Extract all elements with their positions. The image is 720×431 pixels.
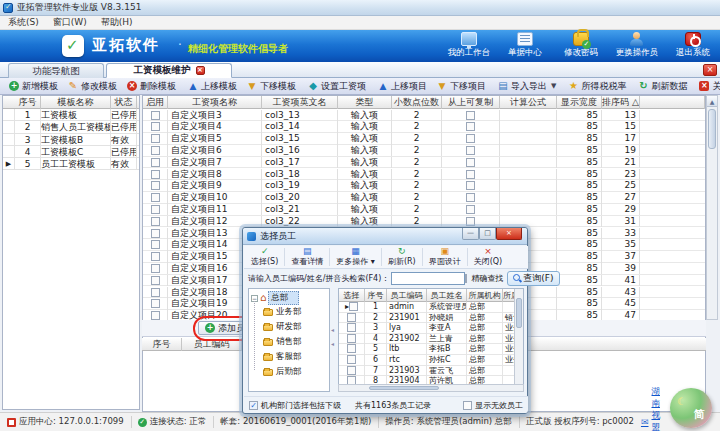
tab-salary-template[interactable]: 工资模板维护× bbox=[106, 63, 232, 78]
banner-action-document[interactable]: 单据中心 bbox=[502, 32, 548, 60]
table-row[interactable]: 自定义项目11col3_21输入项28529 bbox=[143, 204, 705, 216]
toolbar-down-button[interactable]: ▼下移项目 bbox=[432, 79, 491, 94]
employee-table-hscroll[interactable] bbox=[338, 384, 524, 392]
dialog-check-button[interactable]: ✓选择(S) bbox=[246, 246, 283, 268]
copy-from-above-checkbox[interactable] bbox=[466, 205, 475, 214]
select-checkbox[interactable] bbox=[347, 355, 356, 364]
enabled-checkbox[interactable] bbox=[151, 170, 160, 179]
enabled-checkbox[interactable] bbox=[151, 181, 160, 190]
table-row[interactable]: 自定义项目9col3_19输入项28525 bbox=[143, 180, 705, 192]
select-checkbox[interactable] bbox=[347, 313, 356, 322]
enabled-checkbox[interactable] bbox=[151, 193, 160, 202]
precise-checkbox[interactable] bbox=[465, 274, 467, 283]
toolbar-tax-button[interactable]: ★所得税税率 bbox=[563, 79, 631, 94]
ime-widget[interactable]: ☾ 简 bbox=[670, 388, 712, 428]
toolbar-close-button[interactable]: ×关闭窗口 bbox=[694, 79, 720, 94]
enabled-checkbox[interactable] bbox=[151, 217, 160, 226]
enabled-checkbox[interactable] bbox=[151, 252, 160, 261]
select-checkbox[interactable] bbox=[349, 302, 358, 311]
banner-action-lock[interactable]: 修改密码 bbox=[558, 32, 604, 60]
toolbar-down-button[interactable]: ▼下移模板 bbox=[242, 79, 301, 94]
enabled-checkbox[interactable] bbox=[151, 146, 160, 155]
table-row[interactable]: 自定义项目12col3_22输入项28531 bbox=[143, 216, 705, 228]
table-row[interactable]: 自定义项目6col3_16输入项28519 bbox=[143, 145, 705, 157]
enabled-checkbox[interactable] bbox=[151, 240, 160, 249]
tab-function-nav[interactable]: 功能导航图 bbox=[8, 63, 104, 78]
copy-from-above-checkbox[interactable] bbox=[466, 111, 475, 120]
enabled-checkbox[interactable] bbox=[151, 264, 160, 273]
menu-item[interactable]: 系统(S) bbox=[8, 16, 39, 29]
tree-splitter[interactable] bbox=[331, 288, 337, 392]
table-row[interactable]: 3工资模板B有效 bbox=[3, 134, 139, 146]
employee-table-vscroll[interactable] bbox=[514, 289, 523, 391]
select-checkbox[interactable] bbox=[347, 344, 356, 353]
scroll-up-icon[interactable]: ▲ bbox=[707, 96, 717, 107]
toolbar-up-button[interactable]: ▲上移模板 bbox=[183, 79, 242, 94]
copy-from-above-checkbox[interactable] bbox=[466, 170, 475, 179]
dialog-design-button[interactable]: ▣界面设计 bbox=[424, 246, 466, 268]
enabled-checkbox[interactable] bbox=[151, 229, 160, 238]
show-invalid-checkbox[interactable] bbox=[463, 401, 472, 410]
close-all-tabs-icon[interactable]: × bbox=[703, 64, 717, 76]
table-row[interactable]: 6rtc孙拓C总部业务部 bbox=[339, 355, 515, 366]
toolbar-delete-button[interactable]: ×删除模板 bbox=[122, 79, 181, 94]
copy-from-above-checkbox[interactable] bbox=[466, 122, 475, 131]
toolbar-settings-button[interactable]: ◆设置工资项 bbox=[303, 79, 371, 94]
table-row[interactable]: ▸1admin系统管理员总部 bbox=[339, 302, 515, 313]
table-row[interactable]: 3lya李亚A总部业务部 bbox=[339, 323, 515, 334]
enabled-checkbox[interactable] bbox=[151, 276, 160, 285]
scroll-thumb[interactable] bbox=[708, 109, 716, 149]
dialog-more-button[interactable]: ▦更多操作 ▾ bbox=[331, 246, 380, 268]
table-row[interactable]: 4231902兰上青总部业务部 bbox=[339, 334, 515, 345]
select-checkbox[interactable] bbox=[347, 323, 356, 332]
close-button[interactable]: × bbox=[496, 228, 522, 240]
tree-node-dept[interactable]: 业务部 bbox=[263, 306, 302, 318]
grid-vertical-scrollbar[interactable]: ▲ bbox=[706, 95, 718, 320]
message-center-link[interactable]: ✉ 湖南视盟中心 bbox=[641, 386, 660, 431]
enabled-checkbox[interactable] bbox=[151, 134, 160, 143]
enabled-checkbox[interactable] bbox=[151, 288, 160, 297]
dialog-refresh-button[interactable]: ↻刷新(R) bbox=[383, 246, 421, 268]
enabled-checkbox[interactable] bbox=[151, 111, 160, 120]
enabled-checkbox[interactable] bbox=[151, 205, 160, 214]
table-row[interactable]: 自定义项目7col3_17输入项28521 bbox=[143, 157, 705, 169]
table-row[interactable]: 自定义项目10col3_20输入项28527 bbox=[143, 192, 705, 204]
banner-action-user[interactable]: 更换操作员 bbox=[614, 32, 660, 60]
toolbar-import-export-button[interactable]: ▤导入导出▼ bbox=[493, 79, 561, 94]
select-checkbox[interactable] bbox=[347, 334, 356, 343]
table-row[interactable]: 4工资模板C已停用 bbox=[3, 146, 139, 158]
menu-item[interactable]: 窗口(W) bbox=[53, 16, 87, 29]
table-row[interactable]: ▶5员工工资模板有效 bbox=[3, 158, 139, 170]
query-button[interactable]: 查询(F) bbox=[507, 271, 559, 286]
toolbar-up-button[interactable]: ▲上移项目 bbox=[373, 79, 432, 94]
banner-action-monitor[interactable]: 我的工作台 bbox=[446, 32, 492, 60]
table-row[interactable]: 自定义项目3col3_13输入项28513 bbox=[143, 110, 705, 122]
table-row[interactable]: 1工资模板已停用 bbox=[3, 109, 139, 121]
include-sub-checkbox[interactable] bbox=[249, 401, 258, 410]
copy-from-above-checkbox[interactable] bbox=[466, 134, 475, 143]
enabled-checkbox[interactable] bbox=[151, 158, 160, 167]
search-input[interactable] bbox=[391, 272, 465, 285]
copy-from-above-checkbox[interactable] bbox=[466, 146, 475, 155]
table-row[interactable]: 自定义项目4col3_14输入项28515 bbox=[143, 121, 705, 133]
table-row[interactable]: 自定义项目8col3_18输入项28523 bbox=[143, 169, 705, 181]
table-row[interactable]: 自定义项目5col3_15输入项28517 bbox=[143, 133, 705, 145]
tree-node-root[interactable]: −⌂总部 bbox=[251, 291, 299, 305]
toolbar-add-button[interactable]: +新增模板 bbox=[4, 79, 63, 94]
tree-node-dept[interactable]: 销售部 bbox=[263, 336, 302, 348]
copy-from-above-checkbox[interactable] bbox=[466, 217, 475, 226]
select-checkbox[interactable] bbox=[347, 366, 356, 375]
toolbar-refresh-button[interactable]: ↻刷新数据 bbox=[633, 79, 692, 94]
toolbar-edit-button[interactable]: ✎修改模板 bbox=[63, 79, 122, 94]
dialog-title-bar[interactable]: 选择员工 —□× bbox=[243, 228, 527, 245]
tree-node-dept[interactable]: 客服部 bbox=[263, 351, 302, 363]
enabled-checkbox[interactable] bbox=[151, 299, 160, 308]
dialog-detail-button[interactable]: ▤查看详情 bbox=[286, 246, 328, 268]
menu-item[interactable]: 帮助(H) bbox=[101, 16, 133, 29]
minimize-button[interactable]: — bbox=[462, 228, 479, 240]
copy-from-above-checkbox[interactable] bbox=[466, 181, 475, 190]
tab-close-icon[interactable]: × bbox=[196, 66, 205, 75]
tree-node-dept[interactable]: 研发部 bbox=[263, 321, 302, 333]
copy-from-above-checkbox[interactable] bbox=[466, 158, 475, 167]
table-row[interactable]: 2231901孙晓娟总部销售部 bbox=[339, 313, 515, 324]
